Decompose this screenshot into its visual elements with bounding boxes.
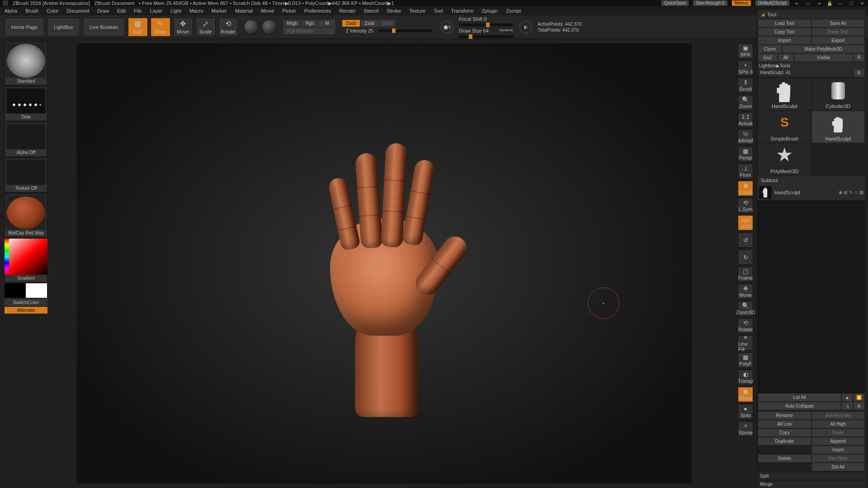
z-intensity-slider[interactable] xyxy=(378,29,433,32)
rail-transp[interactable]: ◐Transp xyxy=(738,370,753,385)
menu-color[interactable]: Color xyxy=(47,8,58,14)
zadd-button[interactable]: Zadd xyxy=(342,20,360,27)
menu-document[interactable]: Document xyxy=(66,8,89,14)
rail-rotate[interactable]: ⟲Rotate xyxy=(738,318,753,333)
menu-transform[interactable]: Transform xyxy=(451,8,473,14)
arrow-up-icon[interactable]: ▲ xyxy=(842,394,853,401)
menu-tool[interactable]: Tool xyxy=(434,8,443,14)
opacity-dial-icon[interactable]: ◐ xyxy=(519,21,532,33)
arrow-down-move-icon[interactable]: ↘ xyxy=(842,402,853,410)
default-zscript[interactable]: DefaultZScript xyxy=(755,0,789,6)
color-swatches[interactable] xyxy=(5,283,47,298)
gradient-label[interactable]: Gradient xyxy=(5,275,47,282)
rail-polyf[interactable]: ▦PolyF xyxy=(738,352,753,368)
rail-actual[interactable]: 1:1Actual xyxy=(738,112,753,127)
arrow-double-up-icon[interactable]: ⏫ xyxy=(854,394,864,401)
dock-right-icon[interactable]: ⇥ xyxy=(816,0,822,6)
rail-scroll[interactable]: ⇕Scroll xyxy=(738,78,753,93)
menu-alpha[interactable]: Alpha xyxy=(5,8,17,14)
tool-thumb-simples[interactable]: SSimpleBrush xyxy=(758,111,811,143)
del-other-button[interactable]: Del Other xyxy=(812,455,865,462)
menu-file[interactable]: File xyxy=(134,8,142,14)
rail-l-sym[interactable]: ⟲L.Sym xyxy=(738,198,753,213)
tool-panel-header[interactable]: ◢Tool xyxy=(757,10,865,19)
main-color-swatch[interactable] xyxy=(5,283,26,298)
scale-mode-button[interactable]: ⤢Scale xyxy=(196,18,216,37)
subtool-copy-button[interactable]: Copy xyxy=(758,429,811,436)
tool-r-button[interactable]: R xyxy=(854,69,864,77)
rail-bpr[interactable]: ▣BPR xyxy=(738,43,753,59)
rail-xpose[interactable]: ✧Xpose xyxy=(738,421,753,436)
alpha-selector[interactable]: Alpha Off xyxy=(5,122,47,157)
rotate-mode-button[interactable]: ⟲Rotate xyxy=(218,18,238,37)
menu-light[interactable]: Light xyxy=(170,8,181,14)
lock-icon[interactable]: 🔒 xyxy=(826,0,833,6)
rail-zoom[interactable]: 🔍Zoom xyxy=(738,95,753,110)
close-icon[interactable]: ✕ xyxy=(859,0,865,6)
rail-blank[interactable]: ↻ xyxy=(738,249,753,265)
load-tool-button[interactable]: Load Tool xyxy=(758,19,811,27)
focal-shift-slider[interactable] xyxy=(459,23,513,26)
rail-solo[interactable]: ●Solo xyxy=(738,404,753,419)
merge-section[interactable]: Merge xyxy=(757,480,865,488)
duplicate-button[interactable]: Duplicate xyxy=(758,437,811,445)
rail-xyz[interactable]: xyzXYZ xyxy=(738,215,753,230)
menu-marker[interactable]: Marker xyxy=(212,8,227,14)
goz-r-button[interactable]: R xyxy=(854,54,864,61)
all-high-button[interactable]: All High xyxy=(812,420,865,428)
color-picker[interactable]: Gradient xyxy=(5,238,47,282)
dock-top-icon[interactable]: ▭ xyxy=(805,0,811,6)
home-page-button[interactable]: Home Page xyxy=(5,18,44,37)
tool-thumb-cylinder3d[interactable]: Cylinder3D xyxy=(812,79,865,110)
viewport[interactable]: + xyxy=(77,43,692,483)
menu-zscript[interactable]: Zscript xyxy=(506,8,521,14)
hue-strip[interactable] xyxy=(5,239,9,275)
maximize-icon[interactable]: ☐ xyxy=(848,0,854,6)
menu-texture[interactable]: Texture xyxy=(409,8,425,14)
auto-collapse-button[interactable]: Auto Collapse xyxy=(758,402,841,410)
copy-tool-button[interactable]: Copy Tool xyxy=(758,28,811,36)
dynamic-label[interactable]: Dynamic xyxy=(499,28,513,33)
rail-persp[interactable]: ▦Persp xyxy=(738,146,753,162)
goz-button[interactable]: GoZ xyxy=(758,54,777,61)
menu-preferences[interactable]: Preferences xyxy=(304,8,331,14)
append-button[interactable]: Append xyxy=(812,437,865,445)
rail-aahalf[interactable]: ½AAHalf xyxy=(738,129,753,145)
import-button[interactable]: Import xyxy=(758,37,811,44)
goz-all-button[interactable]: All xyxy=(778,54,793,61)
dock-left-icon[interactable]: ⇤ xyxy=(794,0,800,6)
subtool-item[interactable]: HandSculpt ◉ ◐ ✎ ▭ ▦ xyxy=(757,184,865,201)
rail-spix-3[interactable]: •SPix 3 xyxy=(738,61,753,76)
all-low-button[interactable]: All Low xyxy=(758,420,811,428)
texture-selector[interactable]: Texture Off xyxy=(5,158,47,192)
m-button[interactable]: M xyxy=(319,20,335,27)
del-all-button[interactable]: Del All xyxy=(812,463,865,471)
lightbox-button[interactable]: LightBox xyxy=(47,18,80,37)
paste-tool-button[interactable]: Paste Tool xyxy=(812,28,865,36)
draw-mode-button[interactable]: ✎Draw xyxy=(151,18,170,37)
menu-draw[interactable]: Draw xyxy=(97,8,109,14)
menus-button[interactable]: Menus xyxy=(732,0,751,6)
tool-thumb-polymesh3d[interactable]: PolyMesh3D xyxy=(758,144,811,175)
make-polymesh3d-button[interactable]: Make PolyMesh3D xyxy=(783,45,864,53)
zcut-button[interactable]: Zcut xyxy=(379,20,395,27)
stroke-selector[interactable]: Dots xyxy=(5,86,47,121)
insert-button[interactable]: Insert xyxy=(812,446,865,454)
move-mode-button[interactable]: ✥Move xyxy=(173,18,193,37)
save-as-button[interactable]: Save As xyxy=(812,19,865,27)
draw-size-slider[interactable] xyxy=(459,35,513,38)
menu-macro[interactable]: Macro xyxy=(189,8,203,14)
menu-stroke[interactable]: Stroke xyxy=(387,8,401,14)
menu-edit[interactable]: Edit xyxy=(117,8,126,14)
list-all-button[interactable]: List All xyxy=(758,394,841,401)
minimize-icon[interactable]: — xyxy=(837,0,844,6)
subtool-list[interactable] xyxy=(758,202,864,393)
lightbox-path[interactable]: Lightbox▶Tools xyxy=(757,62,865,69)
menu-layer[interactable]: Layer xyxy=(150,8,163,14)
export-button[interactable]: Export xyxy=(812,37,865,44)
arrow-swap-icon[interactable]: ⇅ xyxy=(854,402,864,410)
menu-brush[interactable]: Brush xyxy=(25,8,38,14)
rail-zoom3d[interactable]: 🔍Zoom3D xyxy=(738,301,753,316)
brush-selector[interactable]: Standard xyxy=(5,42,47,85)
rail-move[interactable]: ✥Move xyxy=(738,284,753,299)
